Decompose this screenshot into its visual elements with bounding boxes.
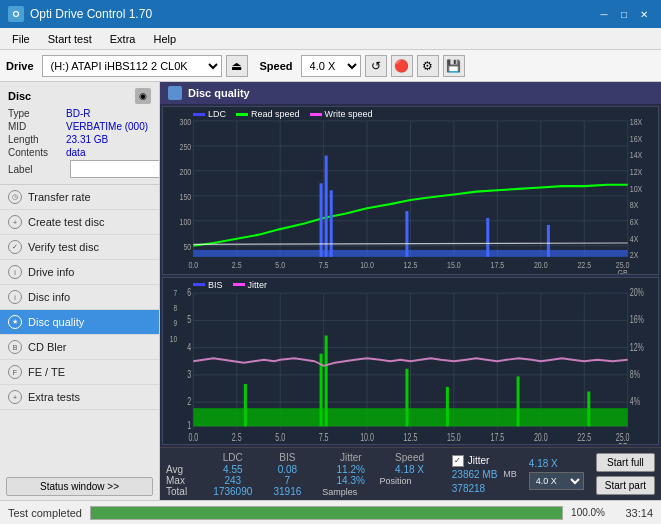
- type-label: Type: [8, 108, 66, 119]
- progress-bar: [91, 507, 562, 519]
- speed-value: 4.18 X: [529, 458, 558, 469]
- sidebar-item-disc-info[interactable]: i Disc info: [0, 285, 159, 310]
- save-button[interactable]: 💾: [443, 55, 465, 77]
- svg-text:5: 5: [187, 313, 191, 325]
- drive-info-icon: i: [8, 265, 22, 279]
- avg-jitter: 11.2%: [322, 464, 379, 475]
- svg-text:4%: 4%: [630, 395, 640, 407]
- svg-text:5.0: 5.0: [275, 432, 285, 444]
- burn-button[interactable]: 🔴: [391, 55, 413, 77]
- drive-label: Drive: [6, 60, 34, 72]
- write-speed-legend: Write speed: [310, 109, 373, 119]
- svg-text:6: 6: [187, 286, 191, 298]
- menu-start-test[interactable]: Start test: [40, 31, 100, 47]
- sidebar-item-cd-bler[interactable]: B CD Bler: [0, 335, 159, 360]
- title-bar: O Opti Drive Control 1.70 ─ □ ✕: [0, 0, 661, 28]
- start-part-button[interactable]: Start part: [596, 476, 655, 495]
- sidebar-item-fe-te[interactable]: F FE / TE: [0, 360, 159, 385]
- disc-info-icon: i: [8, 290, 22, 304]
- stats-speed-select[interactable]: 4.0 X: [529, 472, 584, 490]
- speed-label: Speed: [260, 60, 293, 72]
- main-layout: Disc ◉ Type BD-R MID VERBATIMe (000) Len…: [0, 82, 661, 500]
- svg-text:20.0: 20.0: [534, 432, 548, 444]
- ldc-legend-color: [193, 113, 205, 116]
- eject-button[interactable]: ⏏: [226, 55, 248, 77]
- refresh-button[interactable]: ↺: [365, 55, 387, 77]
- svg-text:17.5: 17.5: [490, 432, 504, 444]
- status-window-button[interactable]: Status window >>: [6, 477, 153, 496]
- svg-text:16X: 16X: [630, 133, 643, 144]
- start-buttons: Start full Start part: [590, 448, 661, 500]
- svg-text:15.0: 15.0: [447, 259, 461, 270]
- time-text: 33:14: [613, 507, 653, 519]
- svg-rect-49: [486, 218, 489, 257]
- ldc-legend: LDC: [193, 109, 226, 119]
- disc-quality-title: Disc quality: [188, 87, 250, 99]
- settings-button[interactable]: ⚙: [417, 55, 439, 77]
- disc-quality-header-icon: [168, 86, 182, 100]
- svg-text:2.5: 2.5: [232, 259, 242, 270]
- ldc-header: LDC: [201, 451, 265, 464]
- svg-text:0.0: 0.0: [188, 432, 198, 444]
- menu-help[interactable]: Help: [145, 31, 184, 47]
- bis-header: BIS: [265, 451, 310, 464]
- content-area: Disc quality LDC Read speed: [160, 82, 661, 500]
- svg-text:18X: 18X: [630, 116, 643, 127]
- svg-text:20%: 20%: [630, 286, 644, 298]
- svg-text:15.0: 15.0: [447, 432, 461, 444]
- jitter-checkbox[interactable]: ✓: [452, 455, 464, 467]
- svg-text:16%: 16%: [630, 313, 644, 325]
- sidebar: Disc ◉ Type BD-R MID VERBATIMe (000) Len…: [0, 82, 160, 500]
- svg-rect-44: [193, 250, 627, 257]
- sidebar-item-verify-test-disc[interactable]: ✓ Verify test disc: [0, 235, 159, 260]
- disc-icon[interactable]: ◉: [135, 88, 151, 104]
- svg-rect-47: [330, 190, 333, 257]
- close-button[interactable]: ✕: [635, 5, 653, 23]
- status-text: Test completed: [8, 507, 82, 519]
- max-label: Max: [166, 475, 201, 486]
- svg-text:0.0: 0.0: [188, 259, 198, 270]
- svg-text:20.0: 20.0: [534, 259, 548, 270]
- verify-disc-icon: ✓: [8, 240, 22, 254]
- start-full-button[interactable]: Start full: [596, 453, 655, 472]
- label-input[interactable]: [70, 160, 160, 178]
- menu-file[interactable]: File: [4, 31, 38, 47]
- svg-rect-48: [405, 211, 408, 257]
- write-speed-legend-color: [310, 113, 322, 116]
- svg-text:GB: GB: [618, 441, 628, 444]
- svg-text:8%: 8%: [630, 368, 640, 380]
- transfer-rate-icon: ◷: [8, 190, 22, 204]
- stats-section: LDC BIS Jitter Speed Avg 4.55 0.08 11.2%…: [160, 448, 446, 500]
- jitter-legend-color: [233, 283, 245, 286]
- contents-value: data: [66, 147, 85, 158]
- svg-text:3: 3: [187, 368, 191, 380]
- samples-value: 378218: [452, 483, 485, 494]
- sidebar-item-transfer-rate[interactable]: ◷ Transfer rate: [0, 185, 159, 210]
- svg-text:250: 250: [180, 141, 192, 152]
- svg-text:10.0: 10.0: [360, 432, 374, 444]
- sidebar-item-drive-info[interactable]: i Drive info: [0, 260, 159, 285]
- svg-text:12X: 12X: [630, 166, 643, 177]
- avg-label: Avg: [166, 464, 201, 475]
- svg-rect-102: [517, 376, 520, 426]
- read-speed-legend-color: [236, 113, 248, 116]
- svg-text:12.5: 12.5: [404, 432, 418, 444]
- minimize-button[interactable]: ─: [595, 5, 613, 23]
- sidebar-item-extra-tests[interactable]: + Extra tests: [0, 385, 159, 410]
- samples-label: Samples: [322, 486, 379, 497]
- drive-select[interactable]: (H:) ATAPI iHBS112 2 CL0K: [42, 55, 222, 77]
- disc-quality-header: Disc quality: [160, 82, 661, 104]
- svg-text:4X: 4X: [630, 232, 639, 243]
- maximize-button[interactable]: □: [615, 5, 633, 23]
- sidebar-item-create-test-disc[interactable]: + Create test disc: [0, 210, 159, 235]
- jitter-label: Jitter: [468, 455, 490, 466]
- svg-rect-99: [325, 335, 328, 426]
- toolbar: Drive (H:) ATAPI iHBS112 2 CL0K ⏏ Speed …: [0, 50, 661, 82]
- menu-extra[interactable]: Extra: [102, 31, 144, 47]
- sidebar-item-disc-quality[interactable]: ★ Disc quality: [0, 310, 159, 335]
- speed-header: Speed: [379, 451, 439, 464]
- svg-rect-96: [193, 408, 627, 426]
- svg-text:2.5: 2.5: [232, 432, 242, 444]
- svg-text:22.5: 22.5: [577, 259, 591, 270]
- speed-select[interactable]: 4.0 X: [301, 55, 361, 77]
